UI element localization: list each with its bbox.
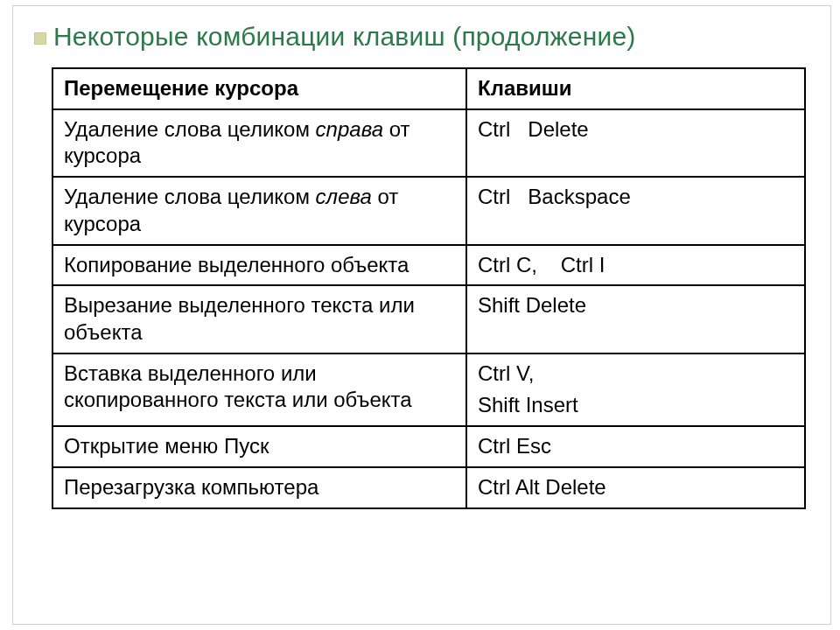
- table-row: Вставка выделенного или скопированного т…: [52, 354, 805, 426]
- cell-keys: Ctrl Delete: [466, 109, 805, 177]
- table-row: Вырезание выделенного текста или объекта…: [52, 285, 805, 353]
- table-row: Удаление слова целиком слева от курсора …: [52, 177, 805, 244]
- table-row: Удаление слова целиком справа от курсора…: [52, 109, 805, 177]
- table-wrap: Перемещение курсора Клавиши Удаление сло…: [13, 67, 830, 509]
- table-header-row: Перемещение курсора Клавиши: [52, 68, 805, 109]
- cell-action: Открытие меню Пуск: [52, 426, 466, 467]
- table-row: Открытие меню Пуск Ctrl Esc: [52, 426, 805, 467]
- cell-action: Перезагрузка компьютера: [52, 467, 466, 508]
- cell-action: Удаление слова целиком справа от курсора: [52, 109, 466, 177]
- slide-title: Некоторые комбинации клавиш (продолжение…: [53, 22, 830, 52]
- cell-action: Удаление слова целиком слева от курсора: [52, 177, 466, 244]
- cell-keys: Shift Delete: [466, 285, 805, 353]
- col-header-keys: Клавиши: [466, 68, 805, 109]
- cell-keys: Ctrl Backspace: [466, 177, 805, 244]
- cell-action: Вырезание выделенного текста или объекта: [52, 285, 466, 353]
- shortcuts-table: Перемещение курсора Клавиши Удаление сло…: [52, 67, 806, 509]
- cell-keys: Ctrl V,Shift Insert: [466, 354, 805, 426]
- slide: Некоторые комбинации клавиш (продолжение…: [12, 5, 831, 625]
- cell-action: Вставка выделенного или скопированного т…: [52, 354, 466, 426]
- table-row: Копирование выделенного объекта Ctrl C, …: [52, 245, 805, 286]
- col-header-action: Перемещение курсора: [52, 68, 466, 109]
- cell-keys: Ctrl C, Ctrl I: [466, 245, 805, 286]
- title-wrap: Некоторые комбинации клавиш (продолжение…: [13, 6, 830, 67]
- cell-action: Копирование выделенного объекта: [52, 245, 466, 286]
- cell-keys: Ctrl Esc: [466, 426, 805, 467]
- cell-keys: Ctrl Alt Delete: [466, 467, 805, 508]
- table-row: Перезагрузка компьютера Ctrl Alt Delete: [52, 467, 805, 508]
